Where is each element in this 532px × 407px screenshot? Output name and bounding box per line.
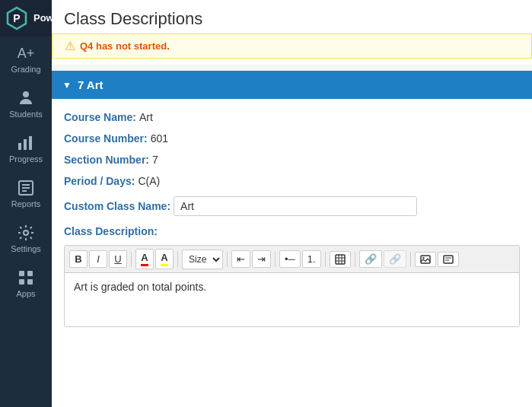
custom-class-name-input[interactable] [174,196,417,216]
svg-rect-13 [27,271,33,276]
editor-toolbar: B I U A A Size 8101214 [65,246,519,273]
editor-body[interactable]: Art is graded on total points. [65,273,519,326]
course-name-row: Course Name: Art [64,107,520,128]
image-button[interactable] [415,252,436,267]
font-color-button[interactable]: A [135,249,154,269]
svg-point-11 [24,231,28,235]
section-header: ▼ 7 Art [52,71,532,99]
highlight-button[interactable]: A [155,249,174,269]
section-number-row: Section Number: 7 [64,149,520,170]
sidebar-item-settings[interactable]: Settings [0,216,52,261]
progress-icon [17,134,35,152]
section-container: ▼ 7 Art Course Name: Art Course Number: … [52,71,532,407]
table-button[interactable] [330,251,351,268]
svg-point-22 [422,256,424,258]
apps-icon [17,269,35,287]
page-title: Class Descriptions [64,9,520,29]
warning-text: Q4 has not started. [80,40,170,52]
sidebar-item-progress[interactable]: Progress [0,126,52,171]
underline-button[interactable]: U [109,250,127,268]
sidebar: P PowerSchool A+ Grading Students Progre… [0,0,52,407]
section-number-value: 7 [152,154,158,166]
align-left-button[interactable]: ⇤ [231,250,250,268]
course-number-label: Course Number: [64,132,148,145]
image-icon [420,255,431,264]
course-number-row: Course Number: 601 [64,128,520,149]
align-right-button[interactable]: ⇥ [252,250,271,268]
toolbar-separator-1 [131,252,132,267]
rich-text-editor: B I U A A Size 8101214 [64,245,520,327]
sidebar-item-grading[interactable]: A+ Grading [0,37,52,81]
sidebar-item-grading-label: Grading [11,65,40,74]
reports-icon [17,179,35,197]
svg-rect-4 [18,143,21,150]
sidebar-item-students[interactable]: Students [0,81,52,126]
class-description-label: Class Description: [64,221,520,242]
source-icon [443,255,454,264]
sidebar-item-settings-label: Settings [11,244,41,253]
collapse-arrow-icon[interactable]: ▼ [62,80,72,91]
unordered-list-button[interactable]: •─ [279,250,301,268]
sidebar-item-apps-label: Apps [16,289,35,298]
warning-banner: ⚠ Q4 has not started. [52,33,532,59]
logo-area: P PowerSchool [0,0,52,37]
svg-rect-15 [27,279,33,285]
sidebar-item-apps[interactable]: Apps [0,261,52,306]
italic-button[interactable]: I [89,250,107,268]
svg-text:A+: A+ [18,46,35,61]
period-days-label: Period / Days: [64,175,135,187]
toolbar-separator-4 [275,252,276,267]
toolbar-separator-3 [227,252,228,267]
toolbar-separator-7 [410,252,411,267]
page-header: Class Descriptions ⚠ Q4 has not started. [52,0,532,65]
svg-text:P: P [13,12,20,24]
settings-icon [17,224,35,242]
svg-rect-6 [29,136,32,150]
source-button[interactable] [438,252,459,267]
toolbar-separator-5 [325,252,326,267]
svg-rect-12 [19,271,24,276]
toolbar-separator-2 [177,252,178,267]
warning-icon: ⚠ [65,39,75,53]
course-name-value: Art [139,111,153,123]
section-title: 7 Art [78,78,104,91]
powerschool-logo-icon: P [5,6,29,30]
ordered-list-button[interactable]: 1. [302,250,321,268]
grading-icon: A+ [17,44,35,62]
svg-rect-14 [19,279,24,285]
sidebar-item-reports-label: Reports [11,199,41,208]
course-name-label: Course Name: [64,111,136,123]
unlink-button[interactable]: 🔗 [384,250,406,268]
svg-rect-23 [444,256,453,263]
link-button[interactable]: 🔗 [359,250,382,268]
editor-content: Art is graded on total points. [74,281,206,293]
svg-rect-5 [24,139,27,150]
sidebar-item-progress-label: Progress [9,154,43,164]
svg-point-3 [23,91,29,97]
bold-button[interactable]: B [69,250,88,268]
class-description-row: Class Description: B I U A A [64,221,520,327]
sidebar-item-students-label: Students [9,110,42,119]
students-icon [17,89,35,107]
sidebar-item-reports[interactable]: Reports [0,171,52,216]
toolbar-separator-6 [355,252,355,267]
period-days-row: Period / Days: C(A) [64,170,520,192]
svg-rect-16 [336,255,345,264]
period-days-value: C(A) [138,175,160,187]
section-number-label: Section Number: [64,154,149,166]
font-size-select[interactable]: Size 8101214 16182436 [182,250,223,269]
section-body: Course Name: Art Course Number: 601 Sect… [52,99,532,335]
table-icon [335,254,346,265]
main-content: Class Descriptions ⚠ Q4 has not started.… [52,0,532,407]
custom-class-name-label: Custom Class Name: [64,200,170,212]
custom-class-name-row: Custom Class Name: [64,192,520,221]
course-number-value: 601 [151,132,168,145]
